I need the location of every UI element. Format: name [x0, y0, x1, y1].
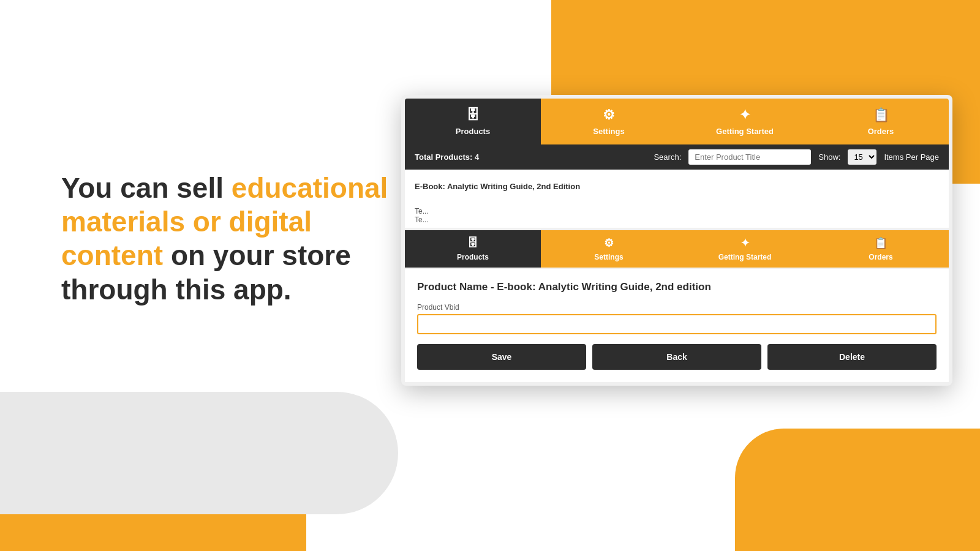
nav-item-settings[interactable]: ⚙ Settings	[541, 99, 677, 144]
inner-nav-bar: 🗄 Products ⚙ Settings ✦ Getting Started …	[405, 230, 949, 268]
left-content: You can sell educational materials or di…	[61, 171, 404, 307]
action-buttons: Save Back Delete	[417, 344, 937, 370]
partial-item-1: Te...	[415, 207, 939, 216]
top-nav-bar: 🗄 Products ⚙ Settings ✦ Getting Started …	[405, 99, 949, 144]
inner-nav-orders[interactable]: 📋 Orders	[813, 230, 949, 268]
partial-products: Te... Te...	[405, 203, 949, 228]
inner-nav-settings-label: Settings	[594, 253, 623, 261]
search-bar: Total Products: 4 Search: Show: 15 10 25…	[405, 144, 949, 170]
inner-settings-icon: ⚙	[604, 236, 614, 250]
back-button[interactable]: Back	[592, 344, 761, 370]
nav-item-getting-started[interactable]: ✦ Getting Started	[677, 99, 813, 144]
inner-nav-orders-label: Orders	[869, 253, 892, 261]
intro-text: You can sell	[61, 172, 232, 204]
orders-icon: 📋	[873, 107, 889, 123]
products-icon: 🗄	[466, 107, 480, 123]
search-label: Search:	[654, 152, 681, 162]
product-detail-panel: Product Name - E-book: Analytic Writing …	[405, 269, 949, 382]
inner-nav-settings[interactable]: ⚙ Settings	[541, 230, 677, 268]
delete-button[interactable]: Delete	[767, 344, 937, 370]
inner-nav-products[interactable]: 🗄 Products	[405, 230, 541, 268]
save-button[interactable]: Save	[417, 344, 586, 370]
product-list: E-Book: Analytic Writing Guide, 2nd Edit…	[405, 170, 949, 203]
nav-orders-label: Orders	[868, 127, 894, 136]
inner-getting-started-icon: ✦	[741, 236, 750, 250]
product-name: E-Book: Analytic Writing Guide, 2nd Edit…	[415, 182, 580, 191]
nav-item-orders[interactable]: 📋 Orders	[813, 99, 949, 144]
inner-orders-icon: 📋	[874, 236, 888, 250]
vbid-input[interactable]	[417, 314, 937, 334]
vbid-label: Product Vbid	[417, 303, 937, 312]
settings-icon: ⚙	[603, 107, 615, 123]
total-products: Total Products: 4	[415, 152, 646, 162]
nav-settings-label: Settings	[593, 127, 624, 136]
inner-nav-getting-started[interactable]: ✦ Getting Started	[677, 230, 813, 268]
bg-gray-curve	[0, 392, 398, 514]
getting-started-icon: ✦	[739, 107, 750, 123]
nav-products-label: Products	[456, 127, 490, 136]
partial-item-2: Te...	[415, 216, 939, 224]
items-per-page-select[interactable]: 15 10 25 50	[848, 149, 876, 165]
search-input[interactable]	[688, 149, 811, 165]
bg-bottom-right	[735, 429, 980, 551]
inner-products-icon: 🗄	[467, 237, 478, 250]
app-window: 🗄 Products ⚙ Settings ✦ Getting Started …	[401, 95, 952, 386]
list-item[interactable]: E-Book: Analytic Writing Guide, 2nd Edit…	[415, 176, 939, 197]
inner-nav-getting-started-label: Getting Started	[718, 253, 772, 261]
show-label: Show:	[818, 152, 840, 162]
per-page-label: Items Per Page	[884, 152, 939, 162]
nav-getting-started-label: Getting Started	[716, 127, 774, 136]
inner-nav-products-label: Products	[457, 253, 489, 261]
product-detail-title: Product Name - E-book: Analytic Writing …	[417, 281, 937, 293]
nav-item-products[interactable]: 🗄 Products	[405, 99, 541, 144]
